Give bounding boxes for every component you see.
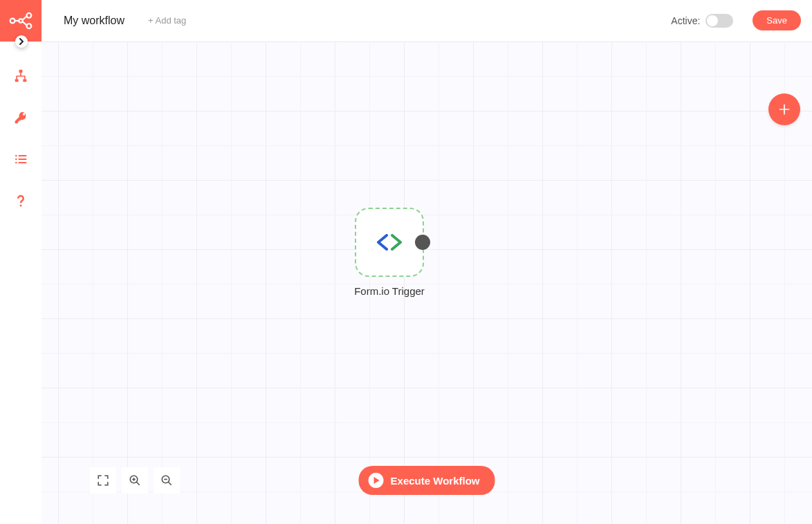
question-icon: [14, 194, 28, 208]
svg-line-14: [136, 482, 140, 485]
active-toggle[interactable]: [705, 14, 733, 28]
active-label: Active:: [671, 15, 700, 26]
zoom-in-button[interactable]: [122, 467, 148, 494]
expand-icon: [97, 474, 109, 487]
svg-rect-4: [19, 70, 23, 73]
zoom-out-button[interactable]: [154, 467, 180, 494]
node-box[interactable]: [355, 208, 424, 277]
list-icon: [14, 152, 28, 166]
zoom-out-icon: [160, 474, 173, 487]
svg-line-18: [168, 482, 172, 485]
svg-rect-5: [15, 79, 19, 82]
workflow-name[interactable]: My workflow: [64, 15, 124, 27]
toggle-knob: [707, 15, 718, 26]
plus-icon: [777, 102, 791, 116]
svg-point-7: [15, 155, 17, 157]
sidebar: [0, 0, 41, 524]
zoom-fit-button[interactable]: [90, 467, 116, 494]
workflow-node[interactable]: Form.io Trigger: [334, 208, 445, 297]
svg-point-9: [15, 159, 17, 161]
svg-rect-6: [23, 79, 26, 82]
sidebar-expand-button[interactable]: [15, 35, 28, 48]
zoom-in-icon: [129, 474, 141, 487]
svg-point-2: [27, 24, 32, 28]
sidebar-item-workflows[interactable]: [0, 55, 41, 97]
svg-point-3: [19, 19, 22, 22]
sidebar-item-credentials[interactable]: [0, 97, 41, 138]
execute-workflow-button[interactable]: Execute Workflow: [359, 466, 495, 495]
node-label: Form.io Trigger: [354, 285, 425, 297]
zoom-controls: [90, 467, 180, 494]
workflows-icon: [14, 69, 28, 83]
workflow-canvas[interactable]: Form.io Trigger: [41, 42, 812, 524]
add-node-button[interactable]: [768, 93, 800, 125]
node-output-port[interactable]: [415, 235, 430, 250]
n8n-logo-icon: [9, 10, 33, 31]
save-button[interactable]: Save: [753, 10, 801, 30]
svg-point-1: [27, 13, 32, 18]
formio-icon: [376, 234, 403, 251]
topbar: My workflow + Add tag Active: Save: [41, 0, 812, 42]
chevron-right-icon: [18, 38, 25, 45]
key-icon: [14, 111, 28, 125]
play-icon: [369, 473, 384, 488]
svg-point-11: [15, 162, 17, 164]
execute-label: Execute Workflow: [391, 475, 480, 487]
svg-point-0: [10, 19, 15, 24]
sidebar-item-executions[interactable]: [0, 138, 41, 180]
add-tag-button[interactable]: + Add tag: [148, 15, 186, 26]
sidebar-item-help[interactable]: [0, 180, 41, 222]
